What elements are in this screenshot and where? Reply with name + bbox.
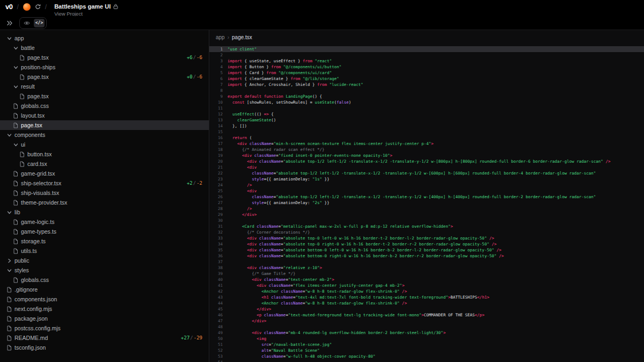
file-item-ship-visuals.tsx[interactable]: ship-visuals.tsx <box>0 188 209 198</box>
code-line-51[interactable]: 51 src="/naval-battle-scene.jpg" <box>209 342 644 347</box>
folder-item-result[interactable]: result <box>0 82 209 91</box>
file-item-page.tsx[interactable]: page.tsx+0/-6 <box>0 72 209 82</box>
code-line-30[interactable]: 30 <box>209 218 644 223</box>
code-line-43[interactable]: 43 <h1 className="text-4xl md:text-7xl f… <box>209 294 644 300</box>
code-line-39[interactable]: 39 {/* Game Title */} <box>209 271 644 277</box>
file-icon <box>6 296 12 302</box>
project-avatar[interactable] <box>23 3 31 11</box>
file-item-tsconfig.json[interactable]: tsconfig.json <box>0 343 209 352</box>
folder-item-position-ships[interactable]: position-ships <box>0 62 209 72</box>
file-item-page.tsx[interactable]: page.tsx+6/-6 <box>0 53 209 62</box>
file-item-components.json[interactable]: components.json <box>0 294 209 304</box>
folder-item-styles[interactable]: styles <box>0 265 209 275</box>
code-line-28[interactable]: 28 /> <box>209 206 644 212</box>
code-line-12[interactable]: 12 useEffect(() => { <box>209 111 644 117</box>
code-line-53[interactable]: 53 className="w-full h-48 object-cover o… <box>209 353 644 359</box>
folder-item-public[interactable]: public <box>0 256 209 265</box>
file-item-package.json[interactable]: package.json <box>0 314 209 323</box>
code-line-46[interactable]: 46 <p className="text-muted-foreground t… <box>209 312 644 318</box>
file-item-game-types.ts[interactable]: game-types.ts <box>0 227 209 236</box>
code-line-21[interactable]: 21 <div <box>209 164 644 170</box>
code-line-11[interactable]: 11 <box>209 105 644 111</box>
code-line-26[interactable]: 26 className="absolute top-1/2 left-1/2 … <box>209 194 644 200</box>
code-text: <h1 className="text-4xl md:text-7xl font… <box>228 294 644 300</box>
code-line-7[interactable]: 7import { Anchor, Crosshair, Shield } fr… <box>209 82 644 88</box>
code-line-25[interactable]: 25 <div <box>209 188 644 194</box>
code-line-31[interactable]: 31 <Card className="metallic-panel max-w… <box>209 223 644 229</box>
code-line-32[interactable]: 32 {/* Corner decorations */} <box>209 229 644 235</box>
code-line-14[interactable]: 14 }, []) <box>209 123 644 129</box>
code-line-6[interactable]: 6import { clearGameState } from "@/lib/s… <box>209 76 644 82</box>
code-line-24[interactable]: 24 /> <box>209 182 644 188</box>
code-line-10[interactable]: 10 const [showRules, setShowRules] = use… <box>209 99 644 105</box>
folder-item-components[interactable]: components <box>0 130 209 140</box>
code-line-5[interactable]: 5import { Card } from "@/components/ui/c… <box>209 70 644 76</box>
file-item-utils.ts[interactable]: utils.ts <box>0 246 209 256</box>
folder-item-app[interactable]: app <box>0 33 209 43</box>
code-line-20[interactable]: 20 <div className="absolute top-1/2 left… <box>209 158 644 164</box>
code-line-16[interactable]: 16 return ( <box>209 135 644 141</box>
code-line-37[interactable]: 37 <box>209 259 644 265</box>
file-item-theme-provider.tsx[interactable]: theme-provider.tsx <box>0 198 209 207</box>
folder-item-lib[interactable]: lib <box>0 207 209 217</box>
code-line-1[interactable]: 1"use client" <box>209 46 644 52</box>
file-item-postcss.config.mjs[interactable]: postcss.config.mjs <box>0 323 209 333</box>
code-line-40[interactable]: 40 <div className="text-center mb-2"> <box>209 277 644 283</box>
file-item-.gitignore[interactable]: .gitignore <box>0 285 209 294</box>
code-line-33[interactable]: 33 <div className="absolute top-0 left-0… <box>209 235 644 241</box>
file-item-page.tsx[interactable]: page.tsx <box>0 120 209 130</box>
project-title[interactable]: Battleships game UI <box>54 3 111 10</box>
code-line-35[interactable]: 35 <div className="absolute bottom-0 lef… <box>209 247 644 253</box>
file-item-ship-selector.tsx[interactable]: ship-selector.tsx+2/-2 <box>0 178 209 188</box>
code-line-17[interactable]: 17 <div className="min-h-screen ocean-te… <box>209 141 644 147</box>
code-line-48[interactable]: 48 <box>209 324 644 330</box>
line-number: 42 <box>209 288 228 294</box>
code-line-50[interactable]: 50 <img <box>209 336 644 342</box>
code-line-15[interactable]: 15 <box>209 129 644 135</box>
code-line-27[interactable]: 27 style={{ animationDelay: "2s" }} <box>209 200 644 206</box>
file-item-page.tsx[interactable]: page.tsx <box>0 91 209 101</box>
code-line-47[interactable]: 47 </div> <box>209 318 644 324</box>
code-line-2[interactable]: 2 <box>209 52 644 58</box>
code-line-13[interactable]: 13 clearGameState() <box>209 117 644 123</box>
code-line-42[interactable]: 42 <Anchor className="w-8 h-8 text-radar… <box>209 288 644 294</box>
tree-item-label: styles <box>14 267 29 273</box>
code-line-36[interactable]: 36 <div className="absolute bottom-0 rig… <box>209 253 644 259</box>
code-line-49[interactable]: 49 <div className="mb-4 rounded-lg overf… <box>209 330 644 336</box>
code-line-9[interactable]: 9export default function LandingPage() { <box>209 93 644 99</box>
file-item-game-logic.ts[interactable]: game-logic.ts <box>0 217 209 227</box>
code-line-52[interactable]: 52 alt="Naval Battle Scene" <box>209 347 644 353</box>
code-line-44[interactable]: 44 <Anchor className="w-8 h-8 text-radar… <box>209 300 644 306</box>
sidebar-collapse-button[interactable] <box>5 19 14 27</box>
preview-toggle-button[interactable] <box>21 19 32 27</box>
file-item-card.tsx[interactable]: card.tsx <box>0 159 209 169</box>
folder-item-ui[interactable]: ui <box>0 140 209 149</box>
file-item-globals.css[interactable]: globals.css <box>0 275 209 285</box>
code-line-41[interactable]: 41 <div className="flex items-center jus… <box>209 283 644 288</box>
code-line-18[interactable]: 18 {/* Animated radar scan effect */} <box>209 147 644 153</box>
code-toggle-button[interactable]: </> <box>34 19 45 27</box>
v0-logo[interactable]: v0 <box>5 3 12 11</box>
code-line-22[interactable]: 22 className="absolute top-1/2 left-1/2 … <box>209 170 644 176</box>
code-line-38[interactable]: 38 <div className="relative z-10"> <box>209 265 644 271</box>
code-line-29[interactable]: 29 </div> <box>209 212 644 218</box>
code-line-3[interactable]: 3import { useState, useEffect } from "re… <box>209 58 644 64</box>
file-item-layout.tsx[interactable]: layout.tsx <box>0 111 209 120</box>
code-line-19[interactable]: 19 <div className="fixed inset-0 pointer… <box>209 153 644 158</box>
code-line-8[interactable]: 8 <box>209 88 644 93</box>
file-item-next.config.mjs[interactable]: next.config.mjs <box>0 304 209 314</box>
code-line-54[interactable]: 54 <box>209 359 644 362</box>
code-line-4[interactable]: 4import { Button } from "@/components/ui… <box>209 64 644 70</box>
breadcrumb-folder[interactable]: app <box>216 34 225 40</box>
file-item-README.md[interactable]: README.md+27/-29 <box>0 333 209 343</box>
file-item-globals.css[interactable]: globals.css <box>0 101 209 111</box>
code-line-23[interactable]: 23 style={{ animationDelay: "1s" }} <box>209 176 644 182</box>
code-line-45[interactable]: 45 </div> <box>209 306 644 312</box>
code-line-34[interactable]: 34 <div className="absolute top-0 right-… <box>209 241 644 247</box>
folder-item-battle[interactable]: battle <box>0 43 209 53</box>
sync-button[interactable] <box>35 3 41 11</box>
file-item-storage.ts[interactable]: storage.ts <box>0 236 209 246</box>
file-item-game-grid.tsx[interactable]: game-grid.tsx <box>0 169 209 178</box>
breadcrumb-file[interactable]: page.tsx <box>232 34 252 40</box>
file-item-button.tsx[interactable]: button.tsx <box>0 149 209 159</box>
